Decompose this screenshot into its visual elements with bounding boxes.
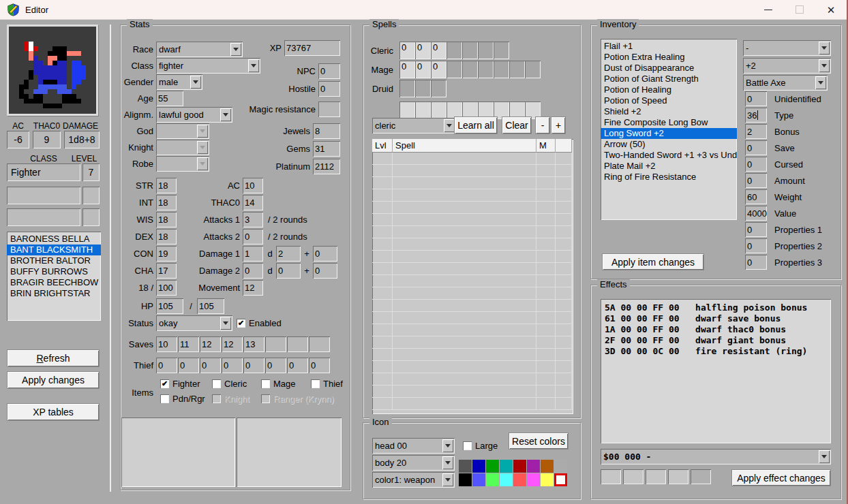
stat-cell-field[interactable]: 12 [200,336,221,352]
icon-color-slot-select[interactable]: color1: weapon [372,472,455,488]
character-list-item[interactable]: BRIN BRIGHTSTAR [7,288,101,299]
stat-cell-field[interactable]: 13 [243,336,264,352]
stat-cell-field[interactable]: 0 [200,358,221,373]
stat-cell-field[interactable]: 0 [178,358,199,373]
stat-cell-field[interactable]: 0 [243,358,264,373]
item-type-select[interactable]: Battle Axe [743,75,828,91]
head-select[interactable]: head 00 [372,438,455,454]
palette-swatch[interactable] [500,460,513,473]
item-usable-checkbox[interactable] [212,379,221,388]
alignment-select[interactable]: lawful good [156,107,232,123]
inventory-list-item[interactable]: Potion of Healing [601,84,737,95]
effect-entry[interactable]: 61 00 00 FF 00 dwarf save bonus [601,313,831,324]
item-field[interactable]: 0 [745,140,767,155]
spell-slot-cell[interactable]: 0 [399,42,415,59]
palette-swatch[interactable] [486,473,499,486]
magic-resistance-field[interactable] [318,101,340,117]
item-field[interactable]: 4000 [745,206,767,221]
stat-cell-field[interactable]: 0 [222,358,243,373]
palette-swatch[interactable] [500,473,513,486]
inventory-list-item[interactable]: Fine Composite Long Bow [601,117,737,128]
enabled-checkbox-wrap[interactable]: Enabled [237,315,282,331]
body-select[interactable]: body 20 [372,455,455,471]
platinum-field[interactable]: 2112 [313,159,340,174]
effect-entry[interactable]: 1A 00 00 FF 00 dwarf thac0 bonus [601,324,831,335]
stat-cell-field[interactable]: 0 [156,358,177,373]
large-checkbox-wrap[interactable]: Large [463,438,498,454]
damage2-dice-field[interactable]: 0 [243,263,263,279]
ac-field[interactable]: 10 [243,178,263,193]
effect-byte-field[interactable] [601,469,621,484]
spell-table[interactable]: LvlSpellM [372,139,573,414]
reset-colors-button[interactable]: Reset colors [509,432,569,450]
palette-swatch[interactable] [459,473,472,486]
item-extra-select[interactable]: - [743,40,831,56]
item-usable-checkbox-wrap[interactable]: Thief [311,379,368,389]
palette-swatch[interactable] [459,460,472,473]
learn-all-button[interactable]: Learn all [454,116,498,134]
attacks1-field[interactable]: 3 [243,212,263,227]
apply-changes-button[interactable]: Apply changes [7,371,100,389]
inventory-list-item[interactable]: Ring of Fire Resistance [601,172,737,183]
item-field[interactable]: 0 [745,173,767,188]
jewels-field[interactable]: 8 [313,123,340,139]
spell-school-select[interactable]: cleric [372,118,456,133]
item-field[interactable]: 36 [745,108,767,123]
inventory-list-item[interactable]: Plate Mail +2 [601,161,737,172]
effect-byte-field[interactable] [668,469,688,484]
item-field[interactable]: 0 [745,157,767,172]
inventory-list-item[interactable]: Potion Extra Healing [601,52,737,63]
effect-entry[interactable]: 5A 00 00 FF 00 halfling poison bonus [601,302,831,313]
inventory-list-item[interactable]: Potion of Giant Strength [601,74,737,84]
effect-entry[interactable]: 3D 00 00 0C 00 fire resistant (ring) [601,346,831,357]
effect-select[interactable]: $00 000 - [601,449,831,464]
palette-swatch[interactable] [541,460,554,473]
item-field[interactable]: 0 [745,91,767,106]
movement-field[interactable]: 12 [243,280,263,296]
damage1-sides-field[interactable]: 2 [276,246,301,262]
refresh-button[interactable]: Refresh [7,349,100,367]
palette-swatch[interactable] [527,473,540,486]
status-select[interactable]: okay [156,315,232,331]
item-field[interactable]: 0 [745,222,767,237]
spell-plus-button[interactable]: + [551,116,566,134]
inventory-list-item[interactable]: Long Sword +2 [601,128,737,139]
spell-slot-cell[interactable]: 0 [431,42,446,59]
stat-cell-field[interactable]: 11 [178,336,199,352]
item-field[interactable]: 0 [745,255,767,270]
item-usable-checkbox[interactable] [311,379,320,388]
character-list[interactable]: BARONESS BELLABANT BLACKSMITHBROTHER BAL… [7,232,101,321]
palette-swatch[interactable] [486,460,499,473]
spell-slot-cell[interactable]: 0 [399,61,415,78]
damage2-sides-field[interactable]: 0 [276,263,301,279]
item-usable-checkbox[interactable] [261,379,270,388]
character-list-item[interactable]: BANT BLACKSMITH [7,245,101,255]
palette-swatch[interactable] [527,460,540,473]
class-select[interactable]: fighter [156,58,260,74]
item-field[interactable]: 0 [745,238,767,253]
spell-slot-cell[interactable]: 0 [415,42,431,59]
hp-current-field[interactable]: 105 [156,298,183,314]
item-usable-checkbox-wrap[interactable]: Pdn/Rgr [160,394,212,404]
thac0-field[interactable]: 14 [243,195,263,210]
close-button[interactable]: ✕ [815,0,847,19]
gems-field[interactable]: 31 [313,141,340,157]
apply-item-changes-button[interactable]: Apply item changes [602,253,704,270]
effect-byte-field[interactable] [623,469,643,484]
item-usable-checkbox-wrap[interactable]: Mage [261,379,311,389]
inventory-list[interactable]: Flail +1Potion Extra HealingDust of Disa… [601,39,737,220]
hp-max-field[interactable]: 105 [197,298,224,314]
stat-cell-field[interactable]: 0 [309,358,330,373]
character-list-item[interactable]: BROTHER BALTOR [7,255,101,266]
stat-cell-field[interactable]: 10 [156,336,177,352]
spell-slot-cell[interactable] [431,101,446,119]
item-field[interactable]: 2 [745,124,767,139]
spell-slot-cell[interactable] [415,101,431,119]
stat-cell-field[interactable] [265,336,286,352]
item-bonus-select[interactable]: +2 [743,58,831,74]
damage1-dice-field[interactable]: 1 [243,246,263,262]
palette-swatch[interactable] [541,473,554,486]
stat-cell-field[interactable]: 0 [287,358,308,373]
palette-swatch[interactable] [472,473,485,486]
attacks2-field[interactable]: 0 [243,229,263,245]
